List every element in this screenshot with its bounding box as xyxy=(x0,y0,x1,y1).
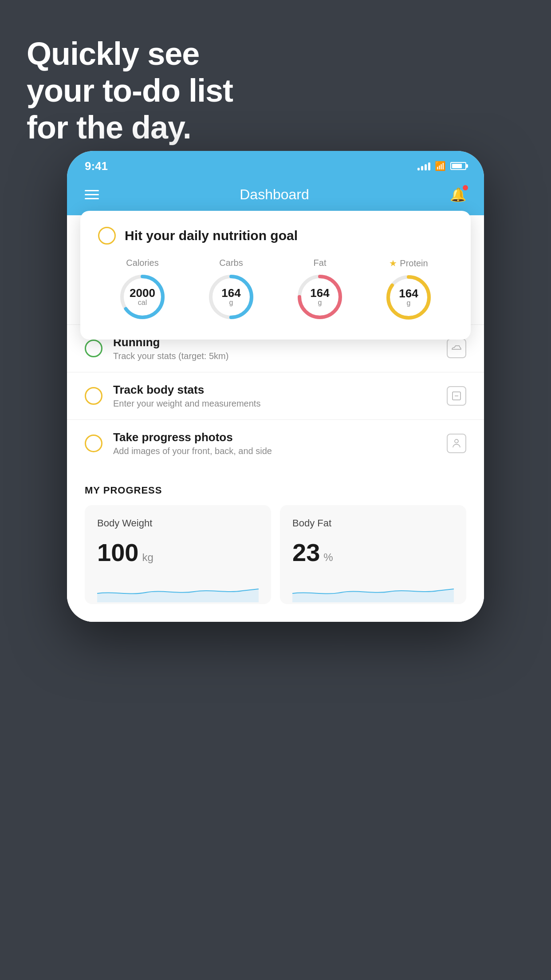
progress-card-title: Body Weight xyxy=(97,518,259,529)
star-icon: ★ xyxy=(389,258,397,269)
nutrition-label: Fat xyxy=(314,258,327,268)
todo-item[interactable]: Take progress photos Add images of your … xyxy=(67,419,484,467)
svg-point-10 xyxy=(455,439,458,443)
todo-subtitle: Enter your weight and measurements xyxy=(113,399,436,409)
hero-line2: your to-do list xyxy=(27,72,233,109)
nav-title: Dashboard xyxy=(240,186,309,203)
ring-text: 164 g xyxy=(310,287,329,307)
todo-action-icon xyxy=(447,434,466,453)
nutrition-checkbox[interactable] xyxy=(98,227,116,245)
nutrition-label: Carbs xyxy=(219,258,243,268)
wifi-icon: 📶 xyxy=(435,161,446,171)
nutrition-item-protein: ★Protein 164 g xyxy=(384,258,433,322)
progress-unit: kg xyxy=(142,551,153,564)
todo-title: Track body stats xyxy=(113,383,436,397)
nutrition-card-title: Hit your daily nutrition goal xyxy=(125,228,298,243)
nutrition-ring: 2000 cal xyxy=(118,273,167,321)
progress-card-title: Body Fat xyxy=(292,518,454,529)
todo-action-icon xyxy=(447,386,466,406)
status-bar: 9:41 📶 xyxy=(67,151,484,178)
nutrition-label: Calories xyxy=(126,258,158,268)
nutrition-ring: 164 g xyxy=(295,273,344,321)
hero-text: Quickly see your to-do list for the day. xyxy=(27,36,233,146)
progress-header: MY PROGRESS xyxy=(67,485,484,505)
phone-frame: 9:41 📶 Dashboard 🔔 xyxy=(67,151,484,622)
signal-icon xyxy=(417,162,430,170)
nutrition-item-calories: Calories 2000 cal xyxy=(118,258,167,321)
ring-text: 164 g xyxy=(221,287,240,307)
nutrition-ring: 164 g xyxy=(207,273,256,321)
todo-action-icon xyxy=(447,339,466,358)
notification-button[interactable]: 🔔 xyxy=(450,187,466,202)
todo-subtitle: Track your stats (target: 5km) xyxy=(113,351,436,361)
progress-cards: Body Weight 100 kg Body Fat 23 % xyxy=(67,505,484,622)
ring-text: 2000 cal xyxy=(130,287,155,307)
todo-title: Take progress photos xyxy=(113,431,436,444)
todo-subtitle: Add images of your front, back, and side xyxy=(113,446,436,456)
hero-line1: Quickly see xyxy=(27,36,233,72)
nutrition-item-fat: Fat 164 g xyxy=(295,258,344,321)
notification-badge xyxy=(463,185,468,190)
todo-list: Running Track your stats (target: 5km) T… xyxy=(67,324,484,467)
battery-icon xyxy=(450,162,466,170)
nutrition-label: ★Protein xyxy=(389,258,428,269)
todo-item[interactable]: Track body stats Enter your weight and m… xyxy=(67,372,484,419)
content-area: THINGS TO DO TODAY Hit your daily nutrit… xyxy=(67,215,484,622)
nutrition-grid: Calories 2000 cal Carbs 164 g xyxy=(98,258,453,322)
progress-unit: % xyxy=(323,551,333,564)
nav-bar: Dashboard 🔔 xyxy=(67,178,484,215)
progress-card[interactable]: Body Weight 100 kg xyxy=(85,505,271,604)
progress-value: 23 xyxy=(292,538,320,567)
hero-line3: for the day. xyxy=(27,109,233,146)
status-time: 9:41 xyxy=(85,159,108,173)
todo-info: Take progress photos Add images of your … xyxy=(113,431,436,456)
status-icons: 📶 xyxy=(417,161,466,171)
phone-wrapper: 9:41 📶 Dashboard 🔔 xyxy=(67,151,484,622)
todo-info: Track body stats Enter your weight and m… xyxy=(113,383,436,409)
nutrition-ring: 164 g xyxy=(384,273,433,322)
todo-checkbox[interactable] xyxy=(85,387,102,405)
ring-text: 164 g xyxy=(399,288,418,307)
progress-value-row: 100 kg xyxy=(97,538,259,567)
card-title-row: Hit your daily nutrition goal xyxy=(98,227,453,245)
progress-value: 100 xyxy=(97,538,138,567)
nutrition-item-carbs: Carbs 164 g xyxy=(207,258,256,321)
nutrition-card: Hit your daily nutrition goal Calories 2… xyxy=(80,211,471,340)
todo-checkbox[interactable] xyxy=(85,340,102,357)
progress-value-row: 23 % xyxy=(292,538,454,567)
progress-card[interactable]: Body Fat 23 % xyxy=(280,505,466,604)
todo-checkbox[interactable] xyxy=(85,435,102,452)
progress-section: MY PROGRESS Body Weight 100 kg Body Fat … xyxy=(67,467,484,622)
menu-button[interactable] xyxy=(85,190,99,199)
